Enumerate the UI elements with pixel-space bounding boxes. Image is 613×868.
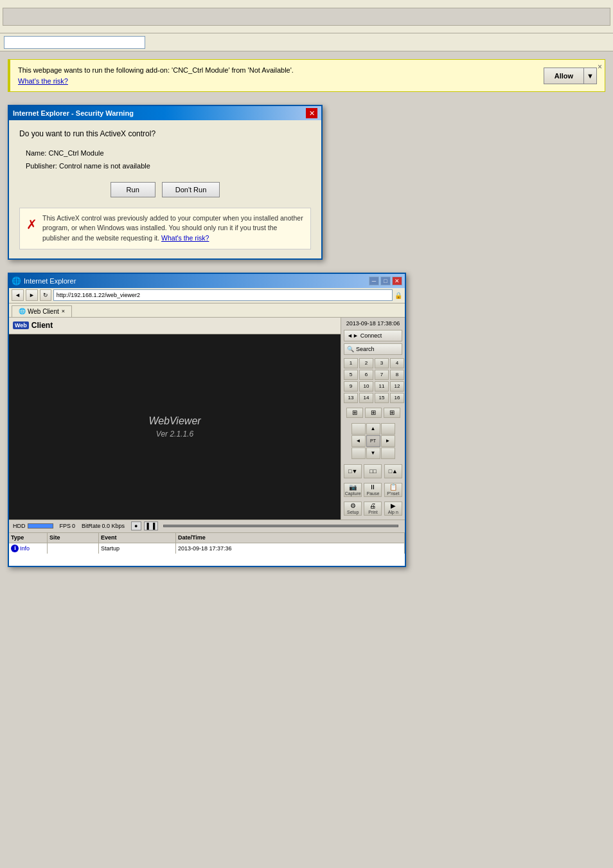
numpad-3[interactable]: 3 bbox=[375, 358, 389, 368]
allow-dropdown-button[interactable]: ▼ bbox=[584, 68, 597, 84]
wv-close-btn[interactable]: ✕ bbox=[392, 276, 402, 285]
wv-tab-webclient[interactable]: 🌐 Web Client × bbox=[12, 305, 72, 317]
ptz-right-btn[interactable]: ► bbox=[381, 435, 395, 447]
print-icon: 🖨 bbox=[369, 502, 376, 509]
wv-back-btn[interactable]: ◄ bbox=[12, 289, 24, 301]
ie-address-bar bbox=[0, 33, 613, 51]
wv-logtable: Type Site Event Date/Time ℹ Info Startup… bbox=[9, 532, 405, 566]
wv-status-stop-btn[interactable]: ▌▐ bbox=[144, 521, 159, 530]
address-input[interactable] bbox=[4, 36, 145, 49]
numpad-4[interactable]: 4 bbox=[390, 358, 404, 368]
log-type-text: Info bbox=[20, 545, 30, 552]
log-header: Type Site Event Date/Time bbox=[9, 533, 405, 543]
search-label: Search bbox=[356, 346, 375, 352]
log-col-event: Event bbox=[99, 533, 176, 543]
wv-content-row: Web Client WebViewer Ver 2.1.1.6 2013-09… bbox=[9, 318, 405, 520]
wv-setup-btn[interactable]: ⚙ Setup bbox=[344, 502, 362, 516]
numpad-6[interactable]: 6 bbox=[359, 370, 373, 380]
wv-forward-btn[interactable]: ► bbox=[26, 289, 38, 301]
channel-up-icon: □▲ bbox=[389, 468, 398, 475]
allow-bar-close-icon[interactable]: × bbox=[598, 62, 602, 71]
numpad-8[interactable]: 8 bbox=[390, 370, 404, 380]
log-cell-datetime: 2013-09-18 17:37:36 bbox=[176, 543, 405, 554]
run-button[interactable]: Run bbox=[111, 182, 155, 197]
log-col-datetime: Date/Time bbox=[176, 533, 405, 543]
numpad-5[interactable]: 5 bbox=[344, 370, 358, 380]
wv-preset-btn[interactable]: 📋 P'nset bbox=[384, 483, 402, 497]
dialog-warning: ✗ This ActiveX control was previously ad… bbox=[19, 208, 311, 249]
wv-tab-close[interactable]: × bbox=[62, 308, 65, 314]
ptz-control: ▲ ◄ PT ► ▼ bbox=[351, 423, 395, 459]
numpad-grid: 1 2 3 4 5 6 7 8 9 10 11 12 13 14 15 16 bbox=[344, 358, 402, 403]
layout-1x1-btn[interactable]: ⊞ bbox=[346, 408, 363, 418]
layout-2x2-btn[interactable]: ⊞ bbox=[365, 408, 382, 418]
ie-favicon: 🌐 bbox=[12, 276, 21, 285]
allow-bar-main-text: This webpage wants to run the following … bbox=[18, 66, 294, 74]
log-col-type: Type bbox=[9, 533, 48, 543]
wv-channel-down-btn[interactable]: □▼ bbox=[344, 464, 362, 478]
wv-logo-icon: Web bbox=[13, 321, 29, 329]
wv-titlebar-buttons: ─ □ ✕ bbox=[369, 276, 402, 285]
wv-tab-label: Web Client bbox=[28, 308, 59, 315]
wv-channel-up-btn[interactable]: □▲ bbox=[384, 464, 402, 478]
warning-icon: ✗ bbox=[26, 215, 37, 234]
numpad-14[interactable]: 14 bbox=[359, 393, 373, 403]
numpad-10[interactable]: 10 bbox=[359, 381, 373, 392]
wv-version-text: Ver 2.1.1.6 bbox=[156, 429, 193, 439]
wv-address-input[interactable] bbox=[53, 289, 393, 301]
wv-left-panel: Web Client WebViewer Ver 2.1.1.6 bbox=[9, 318, 341, 520]
ptz-up-btn[interactable]: ▲ bbox=[366, 423, 380, 435]
dont-run-button[interactable]: Don't Run bbox=[162, 182, 220, 197]
log-cell-event: Startup bbox=[99, 543, 176, 554]
dialog-buttons: Run Don't Run bbox=[19, 182, 311, 197]
whats-risk-link[interactable]: What's the risk? bbox=[18, 77, 68, 85]
wv-refresh-btn[interactable]: ↻ bbox=[40, 289, 51, 301]
numpad-1[interactable]: 1 bbox=[344, 358, 358, 368]
wv-search-btn[interactable]: 🔍 Search bbox=[344, 343, 402, 355]
hdd-bar bbox=[28, 523, 53, 529]
layout-3x3-btn[interactable]: ⊞ bbox=[384, 408, 400, 418]
allow-button[interactable]: Allow bbox=[544, 68, 584, 84]
warning-whats-risk-link[interactable]: What's the risk? bbox=[161, 234, 209, 242]
ptz-left-btn[interactable]: ◄ bbox=[351, 435, 366, 447]
wv-fps-indicator: FPS 0 bbox=[60, 523, 76, 529]
connect-icon: ◄► bbox=[347, 332, 359, 339]
wv-status-play-btn[interactable]: ● bbox=[131, 521, 141, 530]
log-cell-site bbox=[48, 543, 99, 554]
preset-icon: 📋 bbox=[389, 484, 397, 491]
bitrate-label: BitRate bbox=[82, 523, 101, 529]
numpad-7[interactable]: 7 bbox=[375, 370, 389, 380]
allow-bar-text: This webpage wants to run the following … bbox=[18, 65, 531, 86]
numpad-2[interactable]: 2 bbox=[359, 358, 373, 368]
wv-maximize-btn[interactable]: □ bbox=[380, 276, 391, 285]
wv-minimize-btn[interactable]: ─ bbox=[369, 276, 379, 285]
ptz-upright-btn[interactable] bbox=[381, 423, 395, 435]
main-content: This webpage wants to run the following … bbox=[0, 51, 613, 575]
wv-channel-mid-btn[interactable]: □□ bbox=[364, 464, 382, 478]
alpon-icon: ▶ bbox=[391, 502, 396, 509]
wv-pause-btn[interactable]: ⏸ Pause bbox=[364, 483, 382, 497]
ptz-down-btn[interactable]: ▼ bbox=[366, 448, 380, 459]
dialog-overlay: Internet Explorer - Security Warning ✕ D… bbox=[8, 105, 605, 260]
numpad-16[interactable]: 16 bbox=[390, 393, 404, 403]
ptz-downleft-btn[interactable] bbox=[351, 448, 366, 459]
dialog-title: Internet Explorer - Security Warning bbox=[13, 109, 134, 117]
wv-security-icon: 🔒 bbox=[395, 292, 402, 299]
ptz-center-btn[interactable]: PT bbox=[366, 435, 380, 447]
wv-playbar[interactable] bbox=[163, 525, 398, 527]
numpad-13[interactable]: 13 bbox=[344, 393, 358, 403]
wv-capture-btn[interactable]: 📷 Capture bbox=[344, 483, 362, 497]
wv-hdd-indicator: HDD bbox=[13, 523, 53, 529]
wv-alpon-btn[interactable]: ▶ Alp n bbox=[384, 502, 402, 516]
numpad-15[interactable]: 15 bbox=[375, 393, 389, 403]
preset-label: P'nset bbox=[387, 491, 399, 496]
wv-print-btn[interactable]: 🖨 Print bbox=[364, 502, 382, 516]
wv-main-text: WebViewer bbox=[148, 415, 200, 427]
numpad-11[interactable]: 11 bbox=[375, 381, 389, 392]
ptz-upleft-btn[interactable] bbox=[351, 423, 366, 435]
wv-connect-btn[interactable]: ◄► Connect bbox=[344, 330, 402, 341]
numpad-9[interactable]: 9 bbox=[344, 381, 358, 392]
numpad-12[interactable]: 12 bbox=[390, 381, 404, 392]
ptz-downright-btn[interactable] bbox=[381, 448, 395, 459]
dialog-close-button[interactable]: ✕ bbox=[306, 108, 317, 118]
